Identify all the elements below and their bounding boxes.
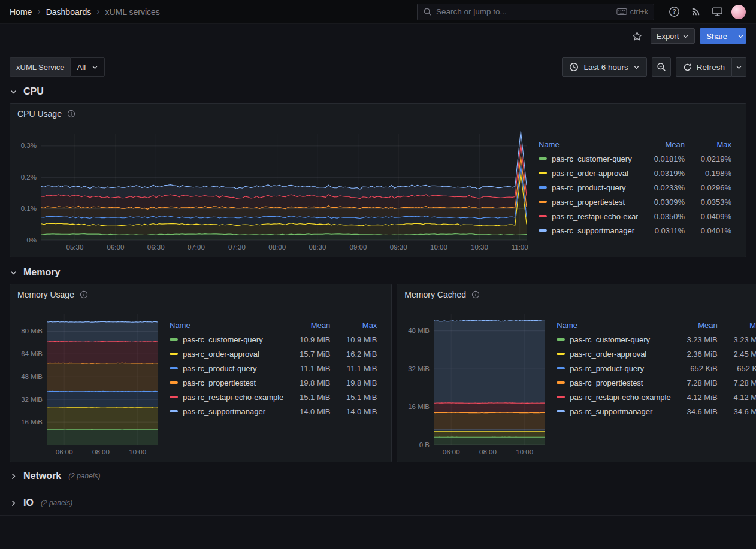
breadcrumb-home[interactable]: Home [10,7,32,17]
series-mean-value: 34.6 MiB [677,407,718,416]
chart-canvas[interactable]: 0%0.1%0.2%0.3%05:3006:0006:3007:0007:300… [15,128,531,254]
favorite-button[interactable] [629,28,646,44]
series-color-marker [170,396,178,398]
series-mean-value: 3.23 MiB [677,335,718,344]
memory-cached-chart[interactable]: 0 B16 MiB32 MiB48 MiB06:0008:0010:00 [402,308,549,459]
legend-col-mean[interactable]: Mean [289,321,330,330]
series-label[interactable]: pas-rc_customer-query [557,335,670,344]
series-label[interactable]: pas-rc_propertiestest [557,378,670,387]
chevron-down-icon [92,64,98,71]
search-input[interactable]: Search or jump to... ctrl+k [417,4,654,20]
series-color-marker [557,410,565,412]
legend-col-name[interactable]: Name [170,321,283,330]
series-mean-value: 0.0350% [644,212,685,221]
svg-text:10:00: 10:00 [129,448,146,456]
series-label[interactable]: pas-rc_product-query [557,364,670,373]
series-label[interactable]: pas-rc_order-approval [170,350,283,359]
series-max-value: 34.6 MiB [724,407,756,416]
time-range-picker[interactable]: Last 6 hours [562,57,646,77]
legend-col-name[interactable]: Name [539,140,638,149]
section-panels-count: (2 panels) [68,472,100,480]
legend-col-mean[interactable]: Mean [677,321,718,330]
series-max-value: 0.198% [691,169,731,178]
svg-text:08:00: 08:00 [92,448,110,456]
series-label[interactable]: pas-rc_product-query [170,364,283,373]
profile-button[interactable] [730,3,748,21]
series-label[interactable]: pas-rc_product-query [539,183,638,192]
export-button[interactable]: Export [651,28,695,44]
series-color-marker [539,229,547,232]
breadcrumb-current-dashboard: xUML services [105,7,160,17]
memory-panel-row: Memory Usage 16 MiB32 MiB48 MiB64 MiB80 … [10,284,746,462]
zoom-out-button[interactable] [652,57,671,77]
svg-text:0.2%: 0.2% [21,174,37,181]
legend-col-max[interactable]: Max [691,140,731,149]
series-mean-value: 14.0 MiB [289,407,330,416]
legend-col-name[interactable]: Name [557,321,670,330]
svg-text:0.1%: 0.1% [21,205,37,212]
rss-icon [691,7,701,17]
help-button[interactable]: ? [665,3,683,21]
search-shortcut: ctrl+k [616,8,648,16]
info-icon[interactable] [67,110,75,118]
section-row-cpu[interactable]: CPU [0,77,756,103]
panel-header[interactable]: Memory Usage [10,284,391,305]
series-label[interactable]: pas-rc_restapi-echo-example [170,393,283,402]
legend-row: pas-rc_supportmanager14.0 MiB14.0 MiB [170,404,377,418]
legend-col-mean[interactable]: Mean [644,140,685,149]
series-label[interactable]: pas-rc_supportmanager [539,226,638,235]
legend-row: pas-rc_product-query11.1 MiB11.1 MiB [170,361,377,375]
section-row-io[interactable]: IO (2 panels) [0,489,756,516]
legend-row: pas-rc_customer-query0.0181%0.0219% [539,151,731,166]
info-icon[interactable] [80,290,88,299]
legend-col-max[interactable]: Max [724,321,756,330]
series-mean-value: 652 KiB [677,364,718,373]
variable-value-dropdown[interactable]: All [70,57,105,77]
display-button[interactable] [708,3,726,21]
section-title-network: Network [23,471,61,481]
clock-icon [569,62,579,72]
series-label[interactable]: pas-rc_restapi-echo-example [539,212,638,221]
series-label[interactable]: pas-rc_order-approval [539,169,638,178]
section-panels-count: (2 panels) [41,499,72,507]
series-mean-value: 0.0309% [644,198,685,207]
svg-text:0 B: 0 B [419,441,430,448]
series-label[interactable]: pas-rc_customer-query [170,335,283,344]
series-label[interactable]: pas-rc_propertiestest [170,378,283,387]
series-label[interactable]: pas-rc_order-approval [557,350,670,359]
series-label[interactable]: pas-rc_restapi-echo-example [557,393,670,402]
breadcrumb-dashboards[interactable]: Dashboards [46,7,92,17]
series-label[interactable]: pas-rc_supportmanager [557,407,670,416]
panel-header[interactable]: CPU Usage [10,104,746,124]
series-label[interactable]: pas-rc_supportmanager [170,407,283,416]
series-max-value: 0.0409% [691,212,731,221]
svg-text:32 MiB: 32 MiB [409,365,430,372]
legend-col-max[interactable]: Max [336,321,377,330]
share-button[interactable]: Share [700,28,734,44]
chart-canvas[interactable]: 16 MiB32 MiB48 MiB64 MiB80 MiB06:0008:00… [15,308,162,459]
nav-icon-group: ? [665,3,748,21]
variable-control: xUML Service All [10,57,105,77]
memory-cached-legend: NameMeanMaxpas-rc_customer-query3.23 MiB… [549,308,756,418]
series-color-marker [170,353,178,355]
memory-usage-chart[interactable]: 16 MiB32 MiB48 MiB64 MiB80 MiB06:0008:00… [15,308,162,459]
section-row-network[interactable]: Network (2 panels) [0,462,756,489]
series-label[interactable]: pas-rc_propertiestest [539,198,638,207]
info-icon[interactable] [471,290,480,299]
refresh-button[interactable]: Refresh [676,57,732,77]
cpu-usage-chart[interactable]: 0%0.1%0.2%0.3%05:3006:0006:3007:0007:300… [15,128,531,254]
svg-text:32 MiB: 32 MiB [21,396,43,403]
legend-row: pas-rc_propertiestest19.8 MiB19.8 MiB [170,375,377,390]
series-label[interactable]: pas-rc_customer-query [539,154,638,163]
news-button[interactable] [687,3,704,21]
section-row-memory[interactable]: Memory [0,257,756,284]
series-color-marker [539,201,547,203]
panel-body: 16 MiB32 MiB48 MiB64 MiB80 MiB06:0008:00… [10,305,391,462]
svg-text:11:00: 11:00 [512,244,528,251]
series-mean-value: 0.0233% [644,183,685,192]
chart-canvas[interactable]: 0 B16 MiB32 MiB48 MiB06:0008:0010:00 [402,308,549,459]
share-menu-button[interactable] [734,28,746,44]
svg-text:06:00: 06:00 [443,448,460,456]
panel-header[interactable]: Memory Cached [397,284,756,305]
refresh-interval-button[interactable] [732,57,746,77]
